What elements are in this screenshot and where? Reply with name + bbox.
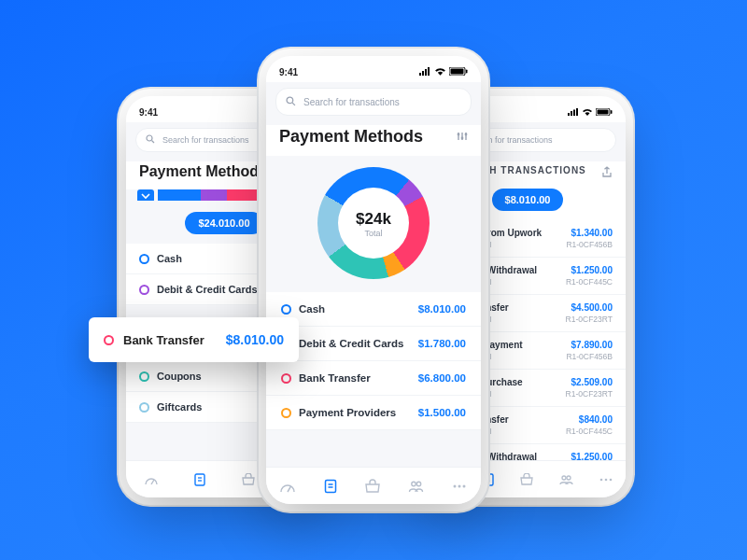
- method-amount: $6.800.00: [418, 372, 466, 384]
- txn-amount: $1.340.00: [566, 228, 613, 238]
- method-color-icon: [281, 408, 291, 418]
- svg-line-9: [151, 480, 154, 484]
- status-time: 9:41: [139, 107, 158, 118]
- svg-point-54: [453, 484, 456, 487]
- signal-icon: [568, 107, 579, 118]
- method-label: Cash: [299, 303, 325, 315]
- svg-point-40: [287, 97, 293, 104]
- tab-dashboard-icon[interactable]: [279, 479, 296, 494]
- donut-total: $24k: [356, 210, 391, 229]
- method-label: Bank Transfer: [123, 333, 204, 347]
- svg-rect-16: [571, 111, 572, 116]
- txn-ref: R1-0CF23RT: [566, 389, 613, 399]
- method-color-icon: [139, 254, 149, 264]
- search-icon: [286, 96, 296, 108]
- txn-ref: R1-0CF456B: [566, 352, 613, 361]
- svg-point-55: [458, 484, 460, 487]
- section-header: Payment Methods: [266, 125, 481, 156]
- tab-more-icon[interactable]: [451, 479, 468, 494]
- method-label: Payment Providers: [299, 407, 396, 418]
- tab-people-icon[interactable]: [407, 479, 424, 494]
- svg-rect-15: [568, 113, 570, 116]
- svg-point-47: [465, 133, 468, 135]
- tab-transactions-icon[interactable]: [323, 479, 338, 494]
- txn-ref: R1-0CF445C: [566, 427, 613, 436]
- stripe-segment: [227, 189, 260, 201]
- method-color-icon: [104, 335, 114, 345]
- stripe-segment: [158, 189, 201, 201]
- svg-point-45: [458, 133, 460, 135]
- method-amount: $1.780.00: [418, 338, 466, 349]
- svg-point-28: [562, 476, 566, 480]
- status-icons: [568, 107, 613, 118]
- tab-more-icon[interactable]: [599, 473, 613, 486]
- battery-icon: [596, 107, 613, 118]
- svg-point-30: [599, 478, 602, 481]
- svg-rect-39: [466, 69, 468, 73]
- txn-ref: R1-0CF445C: [566, 277, 613, 287]
- svg-point-56: [462, 484, 465, 487]
- svg-point-29: [567, 476, 571, 480]
- notch: [331, 56, 416, 73]
- svg-rect-21: [611, 110, 613, 114]
- tab-store-icon[interactable]: [364, 479, 381, 494]
- search-placeholder: Search for transactions: [162, 135, 249, 145]
- svg-rect-17: [573, 109, 575, 116]
- page-title: Payment Methods: [279, 127, 423, 147]
- tab-transactions-icon[interactable]: [482, 473, 495, 486]
- search-input[interactable]: Search for transactions: [275, 88, 472, 116]
- list-item[interactable]: Bank Transfer$6.800.00: [266, 361, 481, 396]
- highlighted-method-card[interactable]: Bank Transfer $8.010.00: [89, 317, 299, 362]
- tab-people-icon[interactable]: [558, 473, 573, 486]
- filter-icon[interactable]: [457, 129, 468, 146]
- signal-icon: [419, 67, 431, 77]
- svg-rect-25: [484, 474, 493, 485]
- txn-ref: R1-0CF23RT: [566, 315, 613, 324]
- svg-rect-36: [428, 67, 430, 76]
- method-label: Cash: [157, 253, 182, 264]
- method-label: Giftcards: [157, 401, 202, 413]
- method-amount: $1.500.00: [418, 407, 466, 418]
- method-label: Debit & Credit Cards: [157, 284, 258, 295]
- notch: [485, 96, 571, 113]
- search-placeholder: Search for transactions: [303, 97, 400, 107]
- tab-store-icon[interactable]: [241, 473, 256, 486]
- svg-point-52: [412, 482, 416, 485]
- status-icons: [419, 67, 468, 77]
- svg-point-31: [604, 478, 607, 481]
- method-amount: $8.010.00: [418, 303, 466, 315]
- method-color-icon: [281, 304, 291, 315]
- tab-store-icon[interactable]: [519, 473, 534, 486]
- svg-rect-35: [425, 69, 427, 76]
- donut-total-label: Total: [364, 229, 382, 238]
- phone-payment-methods-donut: 9:41 Search for transactions Payment Met…: [266, 56, 481, 504]
- donut-chart: $24k Total: [266, 156, 481, 292]
- tab-bar: [266, 467, 481, 504]
- wifi-icon: [434, 67, 446, 77]
- tab-dashboard-icon[interactable]: [144, 473, 159, 486]
- txn-amount: $840.00: [566, 414, 613, 425]
- method-color-icon: [281, 373, 291, 384]
- donut-center: $24k Total: [266, 156, 481, 292]
- method-color-icon: [139, 402, 149, 413]
- method-label: Debit & Credit Cards: [299, 338, 403, 349]
- svg-point-32: [609, 478, 612, 481]
- svg-point-46: [461, 136, 464, 139]
- svg-rect-20: [598, 109, 609, 114]
- tab-transactions-icon[interactable]: [193, 473, 206, 486]
- svg-rect-49: [325, 480, 335, 492]
- svg-point-7: [147, 135, 152, 141]
- share-icon[interactable]: [601, 164, 613, 181]
- payment-method-list: Cash$8.010.00Debit & Credit Cards$1.780.…: [266, 292, 481, 430]
- total-pill: $8.010.00: [492, 189, 564, 211]
- svg-line-8: [152, 141, 155, 144]
- search-icon: [146, 134, 155, 146]
- svg-rect-18: [576, 108, 578, 116]
- stripe-segment: [201, 189, 227, 201]
- svg-rect-38: [451, 68, 464, 74]
- txn-amount: $1.250.00: [566, 265, 613, 275]
- txn-amount: $2.509.00: [566, 377, 613, 387]
- svg-point-53: [417, 482, 421, 485]
- total-pill: $24.010.00: [185, 212, 262, 234]
- list-item[interactable]: Payment Providers$1.500.00: [266, 396, 481, 430]
